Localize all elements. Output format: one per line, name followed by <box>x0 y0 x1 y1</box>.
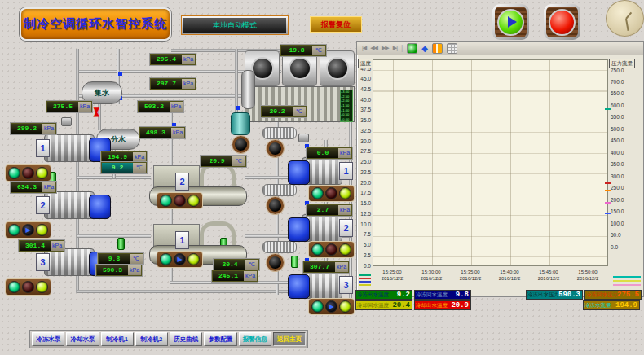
gauge-unit: kPa <box>338 205 351 215</box>
readout-label: 冷冻回水压力 <box>585 291 617 299</box>
clock <box>606 0 644 37</box>
zoom-icon[interactable] <box>407 43 417 54</box>
pump-right-3[interactable]: 3 <box>287 270 354 300</box>
status-lamp-green <box>160 195 172 207</box>
gauge-value: 299.2 <box>11 124 42 134</box>
status-lamp-off <box>174 195 186 207</box>
axis-value-mark <box>605 190 611 191</box>
start-button[interactable] <box>492 4 529 40</box>
page-title: 制冷空调循环水智控系统 <box>24 16 167 32</box>
fan-icon <box>289 57 311 80</box>
chart-last-button[interactable]: ▶| <box>393 45 397 51</box>
pump-number-plate: 2 <box>36 196 50 214</box>
level-scale-mark: +3.00 <box>341 90 352 94</box>
plot-area[interactable] <box>373 59 608 266</box>
bottom-nav-panel: 冷冻水泵冷却水泵制冷机1制冷机2历史曲线参数配置报警信息返回主页 <box>29 330 308 348</box>
status-lamp-green <box>8 281 20 293</box>
alarm-reset-button[interactable]: 报警复位 <box>310 16 362 33</box>
nav-button-冷冻水泵[interactable]: 冷冻水泵 <box>32 332 64 346</box>
gauge-value: 2.7 <box>307 205 338 215</box>
valve-green[interactable] <box>117 238 125 250</box>
grid-icon[interactable] <box>447 43 457 54</box>
readout-2: 冷冻回水温度9.8 <box>414 290 471 300</box>
readout-7: 冷冻水流量194.9 <box>583 300 640 310</box>
pump-right-3-lights: ▶ <box>308 298 355 315</box>
chart-next-button[interactable]: ▶▶ <box>382 45 389 51</box>
status-lamp-yellow <box>339 243 351 256</box>
valve-gray[interactable] <box>298 134 309 142</box>
nav-button-历史曲线[interactable]: 历史曲线 <box>170 332 202 346</box>
valve-gray[interactable] <box>61 117 72 126</box>
legend-line <box>613 280 641 282</box>
x-axis-tick: 15:35:002016/12/2 <box>451 270 490 283</box>
x-axis-tick: 15:45:002016/12/2 <box>529 270 568 283</box>
pump-head <box>288 217 310 242</box>
pipe-segment <box>77 290 307 293</box>
nav-button-制冷机2[interactable]: 制冷机2 <box>135 332 168 346</box>
status-lamp-off <box>22 281 34 293</box>
x-axis-tick: 15:40:002016/12/2 <box>490 270 529 283</box>
status-lamp-green <box>8 167 20 179</box>
pump-right-1[interactable]: 1 <box>287 156 354 186</box>
nav-button-冷却水泵[interactable]: 冷却水泵 <box>66 332 99 346</box>
nav-button-报警信息[interactable]: 报警信息 <box>239 332 271 346</box>
gauge-value: 20.4 <box>214 260 245 270</box>
legend-line <box>613 276 641 278</box>
nav-button-参数配置[interactable]: 参数配置 <box>204 332 236 346</box>
gauge-display-17: 9.8℃ <box>98 253 143 265</box>
gauge-value: 634.3 <box>11 182 42 192</box>
x-tick-time: 15:40:00 <box>490 270 529 276</box>
readout-value: 9.2 <box>393 291 412 299</box>
valve-green[interactable] <box>291 256 298 268</box>
pump-left-1-lights <box>5 164 51 182</box>
readout-label: 冷却回水温度 <box>356 301 392 309</box>
gauge-unit: kPa <box>338 148 351 158</box>
right-axis-tick: 100.0 <box>611 221 643 227</box>
x-tick-time: 15:35:00 <box>451 270 490 276</box>
readout-5: 冷却回水温度20.4 <box>355 300 412 310</box>
level-gauge: +3.00+2.50+2.00+1.50+1.00+0.50+0.00 <box>340 90 353 122</box>
pump-left-2[interactable]: 2 <box>34 190 112 221</box>
gauge-value: 245.1 <box>213 271 244 281</box>
gauge-unit: ℃ <box>133 163 146 173</box>
left-axis-tick: 17.5 <box>357 191 371 196</box>
pump-motor <box>44 191 95 219</box>
left-axis-tick: 12.5 <box>357 212 371 217</box>
pump-right-2-lights <box>308 241 355 258</box>
gauge-display-7: 503.2kPa <box>138 101 183 112</box>
right-axis-tick: 600.0 <box>611 103 643 109</box>
left-axis-tick: 2.5 <box>357 253 371 259</box>
axis-value-mark <box>605 202 611 204</box>
pump-right-2[interactable]: 2 <box>287 213 354 243</box>
nav-button-返回主页[interactable]: 返回主页 <box>273 332 306 346</box>
pan-icon[interactable]: ◆ <box>421 44 428 53</box>
left-axis-tick: 7.5 <box>357 232 371 238</box>
nav-button-制冷机1[interactable]: 制冷机1 <box>101 332 134 346</box>
gauge-display-14: 0.0kPa <box>307 147 352 159</box>
gauge-display-20: 245.1kPa <box>212 270 258 282</box>
axis-value-mark <box>605 182 611 184</box>
gauge-value: 20.9 <box>201 156 232 166</box>
gauge-unit: kPa <box>170 102 183 112</box>
gauge-unit: kPa <box>42 124 55 134</box>
stop-button-face <box>546 7 578 37</box>
clock-hour-hand <box>625 11 632 19</box>
gauge-unit: kPa <box>133 152 146 162</box>
start-button-face <box>495 7 527 37</box>
right-axis-tick: 50.0 <box>611 233 643 239</box>
valve-red[interactable]: ▶◀ <box>93 108 100 115</box>
status-lamp-yellow <box>36 224 48 236</box>
gauge-display-3: 634.3kPa <box>11 182 56 193</box>
heat-exchanger <box>262 127 297 139</box>
status-lamp-play: ▶ <box>174 253 186 265</box>
readout-1: 冷冻出水温度9.2 <box>355 290 412 300</box>
chart-first-button[interactable]: |◀ <box>362 45 366 51</box>
legend-line <box>359 284 371 286</box>
gauge-unit: ℃ <box>293 107 306 116</box>
gauge-display-8: 498.3kPa <box>139 127 185 138</box>
legend-right <box>613 276 641 286</box>
cursor-icon[interactable] <box>432 43 443 54</box>
pump-head <box>288 274 310 299</box>
chart-prev-button[interactable]: ◀◀ <box>370 45 377 51</box>
stop-button[interactable] <box>544 4 580 40</box>
